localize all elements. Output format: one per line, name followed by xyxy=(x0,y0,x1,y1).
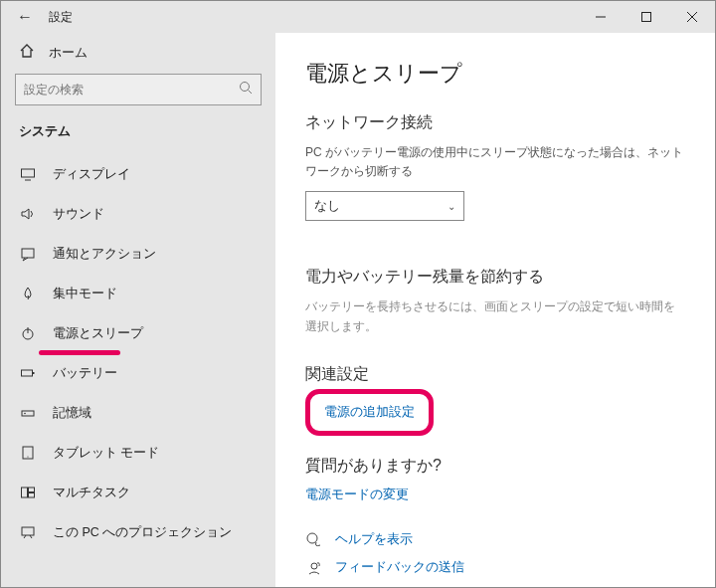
projection-icon xyxy=(19,523,37,541)
faq-section: 質問がありますか? 電源モードの変更 xyxy=(305,456,697,503)
network-select[interactable]: なし ⌄ xyxy=(305,191,464,221)
battery-icon xyxy=(19,364,37,382)
nav-item-display[interactable]: ディスプレイ xyxy=(1,154,275,194)
settings-window: ← 設定 ホーム システム xyxy=(0,0,716,588)
nav-item-sound[interactable]: サウンド xyxy=(1,194,275,234)
home-button[interactable]: ホーム xyxy=(1,33,275,74)
notification-icon xyxy=(19,245,37,263)
back-button[interactable]: ← xyxy=(1,8,49,26)
nav-label: タブレット モード xyxy=(53,445,159,462)
nav-item-multitask[interactable]: マルチタスク xyxy=(1,473,275,512)
nav-list: ディスプレイ サウンド 通知とアクション 集中モード 電源とスリープ xyxy=(1,154,275,552)
nav-item-battery[interactable]: バッテリー xyxy=(1,353,275,393)
feedback-row[interactable]: フィードバックの送信 xyxy=(305,559,697,577)
svg-rect-18 xyxy=(29,488,35,492)
multitask-icon xyxy=(19,484,37,501)
nav-item-storage[interactable]: 記憶域 xyxy=(1,393,275,433)
search-input[interactable] xyxy=(24,83,239,97)
power-icon xyxy=(19,324,37,342)
related-section: 関連設定 電源の追加設定 xyxy=(305,364,697,456)
search-box[interactable] xyxy=(15,74,262,105)
nav-label: 記憶域 xyxy=(53,405,91,422)
nav-item-tablet[interactable]: タブレット モード xyxy=(1,433,275,473)
display-icon xyxy=(19,165,37,183)
close-button[interactable] xyxy=(669,1,715,33)
nav-label: 通知とアクション xyxy=(53,246,156,263)
faq-heading: 質問がありますか? xyxy=(305,456,697,477)
select-value: なし xyxy=(314,198,340,215)
network-heading: ネットワーク接続 xyxy=(305,112,697,133)
svg-line-5 xyxy=(249,91,253,95)
svg-rect-1 xyxy=(642,13,651,22)
nav-label: この PC へのプロジェクション xyxy=(53,524,232,541)
feedback-icon xyxy=(305,559,323,577)
svg-rect-11 xyxy=(22,370,33,376)
content-pane: 電源とスリープ ネットワーク接続 PC がバッテリー電源の使用中にスリープ状態に… xyxy=(275,33,715,587)
save-power-section: 電力やバッテリー残量を節約する バッテリーを長持ちさせるには、画面とスリープの設… xyxy=(305,267,697,335)
svg-rect-20 xyxy=(22,527,34,535)
help-icon xyxy=(305,531,323,549)
save-heading: 電力やバッテリー残量を節約する xyxy=(305,267,697,288)
svg-point-21 xyxy=(307,533,317,543)
focus-icon xyxy=(19,285,37,302)
help-link: ヘルプを表示 xyxy=(335,531,413,548)
highlight-callout: 電源の追加設定 xyxy=(305,389,434,436)
svg-rect-6 xyxy=(22,169,35,177)
titlebar: ← 設定 xyxy=(1,1,715,33)
page-title: 電源とスリープ xyxy=(305,59,697,89)
section-heading: システム xyxy=(1,123,275,154)
save-description: バッテリーを長持ちさせるには、画面とスリープの設定で短い時間を選択します。 xyxy=(305,297,683,335)
nav-label: ディスプレイ xyxy=(53,166,130,183)
svg-point-14 xyxy=(24,413,26,415)
sound-icon xyxy=(19,205,37,223)
feedback-link: フィードバックの送信 xyxy=(335,559,464,576)
svg-rect-8 xyxy=(22,249,34,258)
maximize-button[interactable] xyxy=(624,1,669,33)
network-description: PC がバッテリー電源の使用中にスリープ状態になった場合は、ネットワークから切断… xyxy=(305,143,683,181)
nav-item-focus[interactable]: 集中モード xyxy=(1,274,275,313)
nav-item-projection[interactable]: この PC へのプロジェクション xyxy=(1,512,275,552)
svg-rect-17 xyxy=(22,488,28,497)
nav-label: 電源とスリープ xyxy=(53,325,143,342)
minimize-button[interactable] xyxy=(578,1,624,33)
svg-point-22 xyxy=(311,563,317,569)
svg-rect-19 xyxy=(29,493,35,498)
nav-label: バッテリー xyxy=(53,365,117,382)
power-mode-link[interactable]: 電源モードの変更 xyxy=(305,487,697,503)
chevron-down-icon: ⌄ xyxy=(448,201,455,212)
sidebar: ホーム システム ディスプレイ サウンド xyxy=(1,33,275,587)
svg-point-4 xyxy=(241,83,250,92)
svg-point-16 xyxy=(27,456,28,457)
svg-rect-13 xyxy=(22,411,34,416)
home-icon xyxy=(19,43,35,62)
nav-label: サウンド xyxy=(53,206,104,223)
window-title: 設定 xyxy=(49,9,73,26)
tablet-icon xyxy=(19,444,37,462)
network-section: ネットワーク接続 PC がバッテリー電源の使用中にスリープ状態になった場合は、ネ… xyxy=(305,112,697,221)
help-row[interactable]: ヘルプを表示 xyxy=(305,531,697,549)
related-heading: 関連設定 xyxy=(305,364,697,385)
nav-item-power-sleep[interactable]: 電源とスリープ xyxy=(1,313,275,353)
nav-label: マルチタスク xyxy=(53,485,130,501)
nav-label: 集中モード xyxy=(53,286,117,302)
svg-rect-12 xyxy=(33,372,35,374)
search-icon xyxy=(239,81,253,98)
additional-power-settings-link[interactable]: 電源の追加設定 xyxy=(324,405,415,419)
nav-item-notifications[interactable]: 通知とアクション xyxy=(1,234,275,274)
home-label: ホーム xyxy=(49,44,88,62)
storage-icon xyxy=(19,404,37,422)
